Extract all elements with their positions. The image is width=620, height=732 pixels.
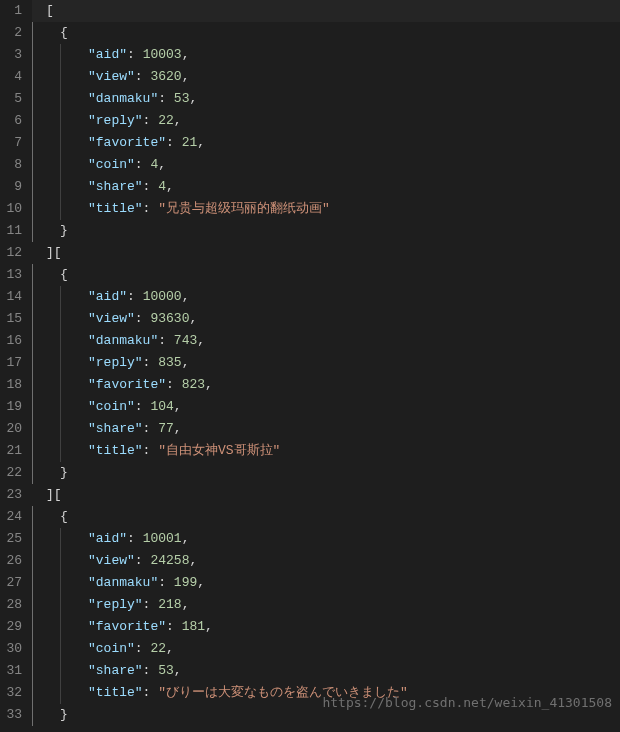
line-number: 1 xyxy=(0,0,22,22)
indent-guide xyxy=(32,176,60,198)
indent-guide xyxy=(60,550,88,572)
token-num: 823 xyxy=(182,377,205,392)
code-line[interactable]: "danmaku": 53, xyxy=(32,88,620,110)
line-number: 28 xyxy=(0,594,22,616)
token-colon: : xyxy=(135,553,151,568)
token-colon: : xyxy=(135,311,151,326)
indent-guide xyxy=(32,704,60,726)
code-line[interactable]: "danmaku": 199, xyxy=(32,572,620,594)
indent-guide xyxy=(60,374,88,396)
token-num: 10003 xyxy=(143,47,182,62)
code-line[interactable]: { xyxy=(32,22,620,44)
token-comma: , xyxy=(158,157,166,172)
code-line[interactable]: "view": 3620, xyxy=(32,66,620,88)
indent-guide xyxy=(60,418,88,440)
indent-guide xyxy=(60,44,88,66)
code-line[interactable]: "coin": 104, xyxy=(32,396,620,418)
code-line[interactable]: ][ xyxy=(32,242,620,264)
token-num: 77 xyxy=(158,421,174,436)
token-num: 10001 xyxy=(143,531,182,546)
line-number: 33 xyxy=(0,704,22,726)
token-colon: : xyxy=(143,443,159,458)
code-line[interactable]: { xyxy=(32,264,620,286)
token-bracket: } xyxy=(60,465,68,480)
token-key: "view" xyxy=(88,69,135,84)
indent-guide xyxy=(32,198,60,220)
code-line[interactable]: "share": 53, xyxy=(32,660,620,682)
code-line[interactable]: "favorite": 823, xyxy=(32,374,620,396)
code-line[interactable]: "favorite": 21, xyxy=(32,132,620,154)
indent-guide xyxy=(60,154,88,176)
token-key: "share" xyxy=(88,179,143,194)
token-bracket: { xyxy=(60,267,68,282)
code-line[interactable]: } xyxy=(32,220,620,242)
token-colon: : xyxy=(135,69,151,84)
token-num: 53 xyxy=(158,663,174,678)
code-line[interactable]: } xyxy=(32,462,620,484)
code-line[interactable]: "coin": 22, xyxy=(32,638,620,660)
code-line[interactable]: "aid": 10000, xyxy=(32,286,620,308)
indent-guide xyxy=(32,308,60,330)
indent-guide xyxy=(32,374,60,396)
token-num: 53 xyxy=(174,91,190,106)
code-line[interactable]: "view": 24258, xyxy=(32,550,620,572)
code-line[interactable]: "share": 77, xyxy=(32,418,620,440)
code-line[interactable]: "coin": 4, xyxy=(32,154,620,176)
indent-guide xyxy=(60,572,88,594)
line-number: 6 xyxy=(0,110,22,132)
token-bracket: ][ xyxy=(46,487,62,502)
code-line[interactable]: "reply": 22, xyxy=(32,110,620,132)
token-colon: : xyxy=(158,333,174,348)
code-line[interactable]: "view": 93630, xyxy=(32,308,620,330)
code-area[interactable]: [{"aid": 10003,"view": 3620,"danmaku": 5… xyxy=(32,0,620,732)
indent-guide xyxy=(32,88,60,110)
line-number: 21 xyxy=(0,440,22,462)
token-key: "share" xyxy=(88,663,143,678)
token-num: 104 xyxy=(150,399,173,414)
line-number: 22 xyxy=(0,462,22,484)
token-comma: , xyxy=(205,377,213,392)
token-key: "favorite" xyxy=(88,619,166,634)
token-comma: , xyxy=(205,619,213,634)
code-line[interactable]: } xyxy=(32,704,620,726)
token-colon: : xyxy=(158,575,174,590)
code-line[interactable]: "aid": 10001, xyxy=(32,528,620,550)
code-line[interactable]: "reply": 218, xyxy=(32,594,620,616)
token-comma: , xyxy=(182,289,190,304)
indent-guide xyxy=(60,66,88,88)
token-comma: , xyxy=(174,421,182,436)
code-line[interactable]: "title": "びりーは大変なものを盗んでいきました" xyxy=(32,682,620,704)
code-line[interactable]: "danmaku": 743, xyxy=(32,330,620,352)
token-key: "aid" xyxy=(88,531,127,546)
code-line[interactable]: "title": "兄贵与超级玛丽的翻纸动画" xyxy=(32,198,620,220)
code-line[interactable]: "share": 4, xyxy=(32,176,620,198)
line-number: 20 xyxy=(0,418,22,440)
code-line[interactable]: "favorite": 181, xyxy=(32,616,620,638)
line-number: 12 xyxy=(0,242,22,264)
code-line[interactable]: "reply": 835, xyxy=(32,352,620,374)
code-line[interactable]: "title": "自由女神VS哥斯拉" xyxy=(32,440,620,462)
token-comma: , xyxy=(197,333,205,348)
indent-guide xyxy=(32,660,60,682)
code-line[interactable]: ][ xyxy=(32,484,620,506)
token-num: 743 xyxy=(174,333,197,348)
line-number: 13 xyxy=(0,264,22,286)
code-line[interactable]: { xyxy=(32,506,620,528)
indent-guide xyxy=(60,440,88,462)
indent-guide xyxy=(60,110,88,132)
line-number: 19 xyxy=(0,396,22,418)
indent-guide xyxy=(60,330,88,352)
code-line[interactable]: "aid": 10003, xyxy=(32,44,620,66)
token-colon: : xyxy=(135,157,151,172)
token-comma: , xyxy=(182,69,190,84)
token-comma: , xyxy=(189,553,197,568)
token-key: "title" xyxy=(88,443,143,458)
token-key: "danmaku" xyxy=(88,575,158,590)
token-key: "favorite" xyxy=(88,377,166,392)
code-editor[interactable]: 1234567891011121314151617181920212223242… xyxy=(0,0,620,732)
token-colon: : xyxy=(143,597,159,612)
token-colon: : xyxy=(143,685,159,700)
indent-guide xyxy=(32,330,60,352)
token-key: "aid" xyxy=(88,47,127,62)
line-number: 3 xyxy=(0,44,22,66)
